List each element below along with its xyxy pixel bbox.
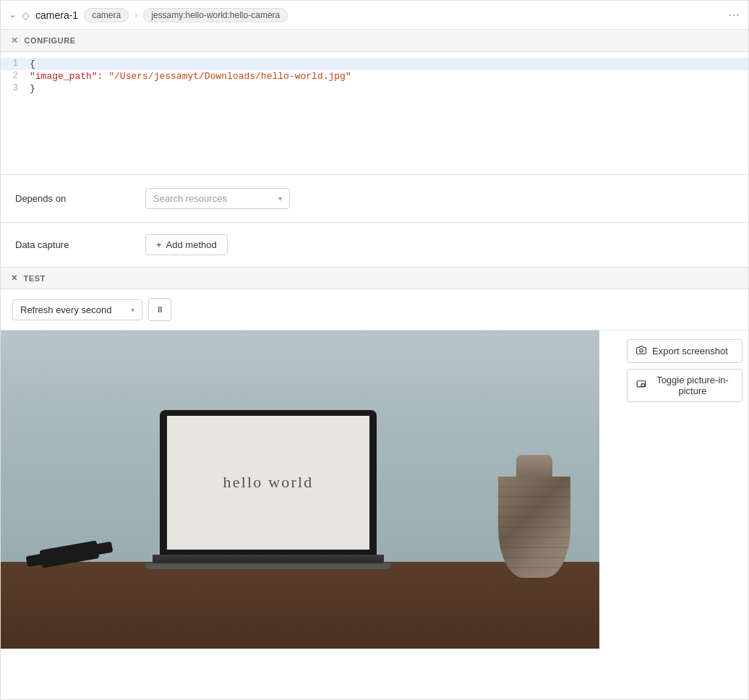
svg-rect-11 (641, 383, 645, 386)
depends-on-label: Depends on (15, 193, 87, 204)
configure-collapse-icon[interactable]: ✕ (11, 35, 19, 46)
search-placeholder: Search resources (153, 193, 227, 204)
code-line-3: 3 } (1, 82, 748, 95)
image-area: hello world (1, 330, 748, 649)
chevron-down-icon: ▾ (278, 195, 282, 202)
top-bar: ⌄ ◇ camera-1 camera › jessamy:hello-worl… (1, 1, 748, 30)
configure-label: CONFIGURE (25, 36, 76, 45)
breadcrumb-sep: › (134, 10, 137, 20)
vase-lines (498, 477, 570, 578)
laptop-screen-inner: hello world (167, 416, 369, 550)
breadcrumb: ⌄ ◇ camera-1 camera › jessamy:hello-worl… (9, 8, 288, 22)
camera-feed: hello world (1, 330, 618, 649)
json-value: "/Users/jessamyt/Downloads/hello-world.j… (108, 71, 351, 82)
pip-icon (636, 380, 646, 392)
camera-icon (636, 345, 646, 357)
svg-point-9 (640, 349, 643, 352)
vase (491, 455, 578, 571)
line-number-3: 3 (1, 83, 30, 93)
laptop-screen-outer: hello world (160, 410, 377, 555)
vase-body (498, 477, 570, 578)
test-section-header: ✕ TEST (1, 268, 748, 289)
camera-image: hello world (1, 330, 599, 649)
toggle-pip-button[interactable]: Toggle picture-in-picture (627, 369, 742, 402)
line-number-1: 1 (1, 59, 30, 69)
more-options-icon[interactable]: ⋯ (728, 8, 740, 22)
test-collapse-icon[interactable]: ✕ (11, 273, 18, 283)
laptop-base (153, 555, 384, 563)
pause-icon: ⏸ (155, 304, 164, 315)
add-method-button[interactable]: + Add method (145, 234, 228, 255)
laptop-bottom (145, 563, 391, 569)
refresh-controls: Refresh every second ▾ ⏸ (1, 289, 748, 330)
hello-world-text: hello world (223, 473, 313, 492)
code-editor[interactable]: 1 { 2 "image_path": "/Users/jessamyt/Dow… (1, 52, 748, 175)
depends-on-section: Depends on Search resources ▾ (1, 175, 748, 223)
camera-tag[interactable]: camera (84, 8, 129, 22)
configure-section-header: ✕ CONFIGURE (1, 30, 748, 52)
side-controls: Export screenshot Toggle picture-in-pict… (618, 330, 748, 649)
line-content-2: "image_path": "/Users/jessamyt/Downloads… (30, 71, 351, 82)
chevron-down-icon: ▾ (131, 306, 134, 314)
resource-icon: ◇ (22, 9, 30, 21)
refresh-rate-label: Refresh every second (20, 304, 111, 315)
search-resources-dropdown[interactable]: Search resources ▾ (145, 188, 290, 209)
path-tag[interactable]: jessamy:hello-world:hello-camera (143, 8, 288, 22)
test-label: TEST (24, 274, 46, 283)
code-line-1: 1 { (1, 58, 748, 70)
export-screenshot-label: Export screenshot (652, 346, 728, 357)
pause-button[interactable]: ⏸ (148, 298, 171, 321)
chevron-down-icon[interactable]: ⌄ (9, 10, 16, 20)
line-number-2: 2 (1, 71, 30, 81)
line-content-1: { (30, 59, 35, 69)
vase-neck (516, 455, 552, 477)
refresh-rate-dropdown[interactable]: Refresh every second ▾ (12, 299, 142, 320)
watch-band-right (95, 542, 113, 555)
toggle-pip-label: Toggle picture-in-picture (652, 375, 733, 396)
plus-icon: + (156, 239, 162, 250)
data-capture-section: Data capture + Add method (1, 223, 748, 268)
add-method-label: Add method (166, 239, 217, 250)
resource-name: camera-1 (35, 9, 78, 21)
json-key: "image_path": (30, 71, 103, 82)
data-capture-label: Data capture (15, 239, 87, 250)
code-line-2: 2 "image_path": "/Users/jessamyt/Downloa… (1, 70, 748, 82)
export-screenshot-button[interactable]: Export screenshot (627, 339, 742, 363)
laptop: hello world (145, 410, 391, 569)
line-content-3: } (30, 83, 35, 94)
